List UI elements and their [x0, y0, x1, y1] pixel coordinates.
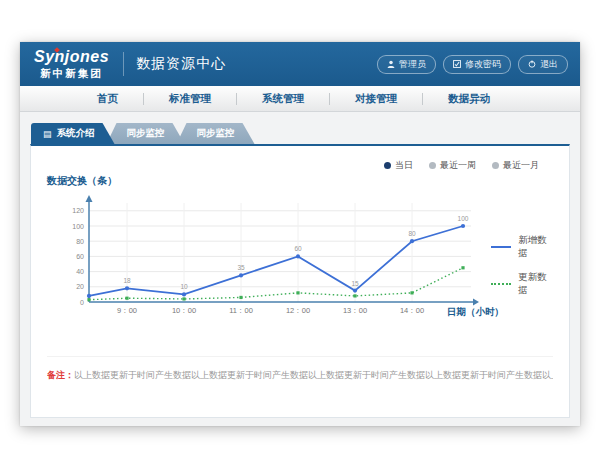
svg-text:40: 40 [76, 268, 84, 275]
svg-text:0: 0 [80, 299, 84, 306]
change-password-button[interactable]: 修改密码 [443, 55, 511, 74]
svg-text:13：00: 13：00 [343, 306, 367, 315]
legend-label: 更新数据 [518, 271, 553, 297]
svg-text:120: 120 [72, 207, 84, 214]
legend-item-new-data[interactable]: 新增数据 [491, 234, 553, 260]
nav-item-interface-mgmt[interactable]: 对接管理 [330, 92, 422, 106]
nav-item-standard-mgmt[interactable]: 标准管理 [144, 92, 236, 106]
footnote: 备注：以上数据更新于时间产生数据以上数据更新于时间产生数据以上数据更新于时间产生… [47, 356, 553, 382]
svg-text:15: 15 [351, 280, 359, 287]
chart-legend: 新增数据 更新数据 [491, 234, 553, 297]
logo: Synjones 新中新集团 [34, 49, 123, 79]
radio-today-label: 当日 [395, 159, 413, 172]
radio-unselected-icon [429, 162, 436, 169]
svg-text:80: 80 [76, 238, 84, 245]
svg-text:10: 10 [180, 283, 188, 290]
tab-bar: ▤ 系统介绍 同步监控 同步监控 [31, 123, 570, 144]
app-header: Synjones 新中新集团 数据资源中心 管理员 修改密码 [20, 42, 580, 86]
nav-item-home[interactable]: 首页 [72, 92, 143, 106]
tab-label: 同步监控 [197, 127, 235, 140]
app-window: Synjones 新中新集团 数据资源中心 管理员 修改密码 [20, 42, 580, 426]
radio-last-week[interactable]: 最近一周 [429, 158, 476, 172]
logout-button[interactable]: 退出 [518, 55, 568, 74]
nav-item-system-mgmt[interactable]: 系统管理 [237, 92, 329, 106]
radio-last-week-label: 最近一周 [440, 159, 476, 172]
svg-text:20: 20 [76, 283, 84, 290]
line-chart: 0204060801001209：0010：0011：0012：0013：001… [47, 190, 553, 342]
x-axis-title: 日期（小时） [447, 306, 504, 319]
radio-selected-icon [384, 162, 391, 169]
footnote-text: 以上数据更新于时间产生数据以上数据更新于时间产生数据以上数据更新于时间产生数据以… [74, 370, 553, 380]
radio-today[interactable]: 当日 [384, 158, 413, 172]
page-title: 数据资源中心 [136, 55, 226, 73]
page: Synjones 新中新集团 数据资源中心 管理员 修改密码 [0, 0, 600, 450]
edit-icon [453, 60, 461, 68]
time-range-filter: 当日 最近一周 最近一月 [47, 158, 539, 172]
logo-company: 新中新集团 [40, 68, 103, 79]
legend-line-dotted-icon [491, 283, 511, 285]
radio-unselected-icon [492, 162, 499, 169]
logout-icon [528, 60, 536, 68]
svg-text:35: 35 [237, 264, 245, 271]
tab-sync-monitor-2[interactable]: 同步监控 [177, 123, 255, 144]
admin-user-button[interactable]: 管理员 [377, 55, 436, 74]
tab-label: 系统介绍 [57, 127, 95, 140]
tab-system-intro[interactable]: ▤ 系统介绍 [31, 123, 115, 144]
svg-text:100: 100 [458, 215, 469, 222]
header-divider [123, 52, 124, 76]
document-icon: ▤ [43, 129, 52, 139]
svg-text:80: 80 [408, 230, 416, 237]
content-area: ▤ 系统介绍 同步监控 同步监控 当日 [20, 112, 580, 425]
svg-text:12：00: 12：00 [286, 306, 310, 315]
radio-last-month[interactable]: 最近一月 [492, 158, 539, 172]
svg-text:11：00: 11：00 [229, 306, 253, 315]
logo-brand: Synjones [34, 49, 109, 65]
svg-text:100: 100 [72, 223, 84, 230]
tab-sync-monitor-1[interactable]: 同步监控 [107, 123, 185, 144]
legend-line-solid-icon [491, 246, 511, 248]
svg-text:14：00: 14：00 [400, 306, 424, 315]
tab-label: 同步监控 [127, 127, 165, 140]
footnote-prefix: 备注： [47, 370, 74, 380]
admin-user-label: 管理员 [399, 58, 426, 71]
chart-card: 当日 最近一周 最近一月 数据交换（条） 0204060801001209：00… [30, 144, 570, 418]
svg-text:10：00: 10：00 [172, 306, 196, 315]
legend-label: 新增数据 [518, 234, 553, 260]
svg-text:18: 18 [123, 277, 131, 284]
user-icon [387, 60, 395, 68]
nav-item-data-change[interactable]: 数据异动 [423, 92, 515, 106]
change-password-label: 修改密码 [465, 58, 501, 71]
radio-last-month-label: 最近一月 [503, 159, 539, 172]
svg-text:60: 60 [76, 253, 84, 260]
user-menu: 管理员 修改密码 退出 [377, 55, 568, 74]
legend-item-update-data[interactable]: 更新数据 [491, 271, 553, 297]
chart-canvas: 0204060801001209：0010：0011：0012：0013：001… [61, 190, 497, 332]
main-nav: 首页 标准管理 系统管理 对接管理 数据异动 [20, 86, 580, 112]
logout-label: 退出 [540, 58, 558, 71]
svg-text:60: 60 [294, 245, 302, 252]
svg-text:9：00: 9：00 [117, 306, 137, 315]
y-axis-title: 数据交换（条） [47, 174, 553, 188]
